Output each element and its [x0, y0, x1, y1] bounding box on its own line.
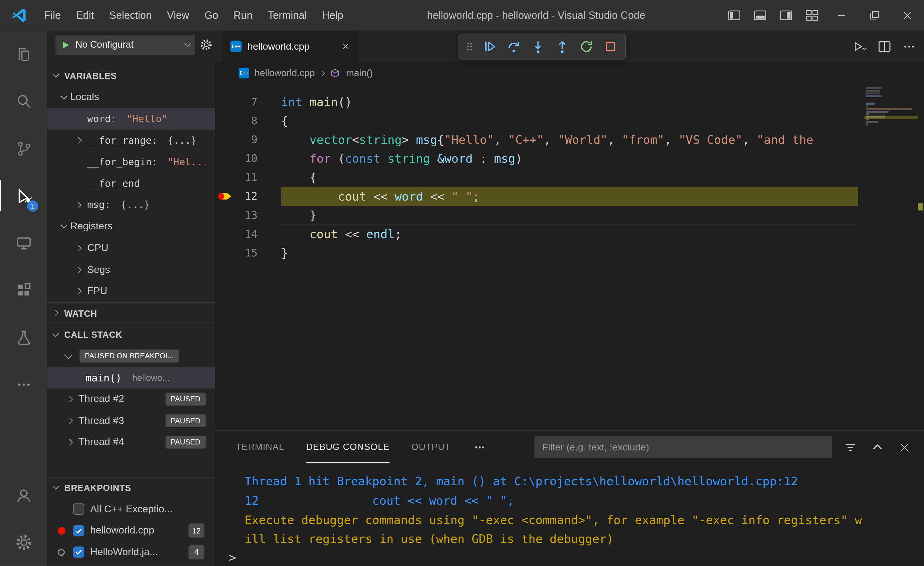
- step-into-button[interactable]: [528, 36, 548, 57]
- customize-layout-button[interactable]: [799, 0, 825, 30]
- variable-row[interactable]: __for_begin: "Hel...: [47, 151, 215, 173]
- gutter-glyph: [215, 225, 234, 243]
- tab-helloworld-cpp[interactable]: C++ helloworld.cpp: [223, 30, 358, 62]
- activity-testing[interactable]: [0, 314, 47, 360]
- variable-row[interactable]: __for_range: {...}: [47, 129, 215, 151]
- maximize-button[interactable]: [858, 0, 891, 30]
- code-text: for (const string &word : msg): [281, 149, 522, 168]
- menu-view[interactable]: View: [159, 0, 197, 30]
- breakpoint-row[interactable]: HelloWorld.ja...4: [47, 542, 215, 563]
- layout-sidebar-left-button[interactable]: [721, 0, 747, 30]
- current-frame-breakpoint-icon[interactable]: [215, 187, 234, 206]
- variable-row[interactable]: __for_end: [47, 173, 215, 194]
- layout-panel-button[interactable]: [747, 0, 773, 30]
- breakpoint-checkbox[interactable]: [73, 525, 84, 536]
- activity-run-and-debug[interactable]: 1: [0, 172, 47, 219]
- run-action-icon[interactable]: [852, 39, 867, 54]
- code-line-15[interactable]: 15}: [215, 243, 924, 262]
- drag-handle-icon[interactable]: [464, 39, 476, 54]
- thread-row[interactable]: Thread #3PAUSED: [47, 410, 215, 432]
- code-line-14[interactable]: 14 cout << endl;: [215, 225, 924, 243]
- thread-row[interactable]: Thread #2PAUSED: [47, 388, 215, 410]
- variables-section-header[interactable]: VARIABLES: [47, 65, 215, 86]
- console-output: Thread 1 hit Breakpoint 2, main () at C:…: [215, 463, 924, 548]
- breakpoint-row[interactable]: helloworld.cpp12: [47, 520, 215, 542]
- thread-row[interactable]: Thread #4PAUSED: [47, 432, 215, 453]
- watch-section-header[interactable]: WATCH: [47, 302, 215, 324]
- code-line-8[interactable]: 8{: [215, 111, 924, 131]
- code-line-10[interactable]: 10 for (const string &word : msg): [215, 149, 924, 168]
- debug-config-dropdown[interactable]: No Configurat: [56, 35, 195, 55]
- breakpoint-row[interactable]: All C++ Exceptio...: [47, 498, 215, 520]
- menu-terminal[interactable]: Terminal: [260, 0, 314, 30]
- activity-account[interactable]: [0, 471, 47, 519]
- panel-tab-terminal[interactable]: TERMINAL: [236, 431, 284, 463]
- panel-tab-output[interactable]: OUTPUT: [411, 431, 451, 463]
- menu-help[interactable]: Help: [315, 0, 351, 30]
- chevron-up-button[interactable]: [868, 438, 886, 456]
- panel-more-tabs-icon[interactable]: [472, 440, 487, 454]
- step-out-button[interactable]: [552, 36, 572, 57]
- code-line-9[interactable]: 9 vector<string> msg{"Hello", "C++", "Wo…: [215, 131, 924, 149]
- activity-explorer[interactable]: [0, 30, 47, 78]
- continue-button[interactable]: [480, 36, 500, 57]
- menu-selection[interactable]: Selection: [102, 0, 159, 30]
- breakpoint-checkbox[interactable]: [73, 546, 84, 558]
- debug-settings-gear-icon[interactable]: [200, 38, 213, 51]
- activity-extensions[interactable]: [0, 266, 47, 314]
- stop-button[interactable]: [601, 36, 621, 57]
- chevron-right-icon: [75, 245, 82, 251]
- sidebar-run-debug: No Configurat VARIABLES Localsword: "Hel…: [47, 30, 215, 566]
- testing-icon: [15, 328, 33, 346]
- thread-label: Thread #4: [78, 437, 124, 448]
- breakpoints-section-header[interactable]: BREAKPOINTS: [47, 477, 215, 498]
- bottom-panel: TERMINALDEBUG CONSOLEOUTPUT Thread 1 hit…: [215, 430, 924, 566]
- scope-locals[interactable]: Locals: [47, 86, 215, 108]
- activity-remote-explorer[interactable]: [0, 219, 47, 266]
- menu-run[interactable]: Run: [226, 0, 260, 30]
- filter-button[interactable]: [842, 438, 859, 456]
- callstack-section-header[interactable]: CALL STACK: [47, 324, 215, 345]
- panel-close-button[interactable]: [896, 438, 914, 456]
- start-debugging-icon[interactable]: [61, 40, 71, 50]
- step-over-button[interactable]: [504, 36, 524, 57]
- code-line-12[interactable]: 12 cout << word << " ";: [215, 187, 924, 206]
- console-prompt[interactable]: >: [215, 549, 924, 566]
- variable-row[interactable]: FPU: [47, 281, 215, 302]
- chevron-right-icon: [66, 417, 73, 424]
- menu-edit[interactable]: Edit: [69, 0, 102, 30]
- close-button[interactable]: [891, 0, 924, 30]
- activity-search[interactable]: [0, 78, 47, 125]
- breakpoint-checkbox[interactable]: [73, 503, 84, 515]
- code-editor[interactable]: 7int main()8{9 vector<string> msg{"Hello…: [215, 84, 924, 430]
- menu-file[interactable]: File: [36, 0, 69, 30]
- overview-ruler[interactable]: [917, 84, 924, 430]
- layout-sidebar-right-button[interactable]: [773, 0, 799, 30]
- debug-session-row[interactable]: PAUSED ON BREAKPOI...: [47, 345, 215, 367]
- gutter-glyph: [215, 111, 234, 131]
- activity-source-control[interactable]: [0, 125, 47, 172]
- chevron-up-icon: [870, 440, 885, 454]
- more-icon[interactable]: [902, 39, 917, 54]
- tab-close-icon[interactable]: [340, 41, 351, 51]
- variable-row[interactable]: msg: {...}: [47, 194, 215, 216]
- variable-row[interactable]: word: "Hello": [47, 108, 215, 130]
- menu-go[interactable]: Go: [197, 0, 226, 30]
- minimize-button[interactable]: [825, 0, 858, 30]
- activity-settings[interactable]: [0, 519, 47, 566]
- variable-row[interactable]: Segs: [47, 259, 215, 281]
- activity-more-views[interactable]: [0, 361, 47, 408]
- restart-button[interactable]: [576, 36, 596, 57]
- panel-tab-debug-console[interactable]: DEBUG CONSOLE: [306, 431, 390, 463]
- stack-frame-main[interactable]: main() hellowo...: [47, 367, 215, 389]
- console-filter-input[interactable]: [534, 436, 832, 458]
- split-editor-icon[interactable]: [877, 39, 892, 54]
- minimap[interactable]: [864, 87, 917, 431]
- code-line-7[interactable]: 7int main(): [215, 92, 924, 111]
- breadcrumb-symbol[interactable]: main(): [346, 68, 373, 78]
- scope-registers[interactable]: Registers: [47, 216, 215, 238]
- variable-row[interactable]: CPU: [47, 237, 215, 259]
- breadcrumb-file[interactable]: helloworld.cpp: [255, 68, 315, 78]
- code-line-11[interactable]: 11 {: [215, 168, 924, 187]
- code-line-13[interactable]: 13 }: [215, 206, 924, 225]
